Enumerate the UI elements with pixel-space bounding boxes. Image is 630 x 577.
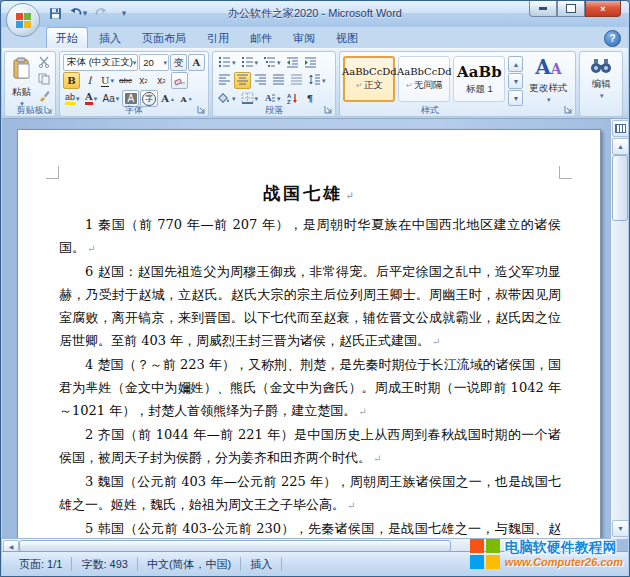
restore-button[interactable] xyxy=(557,1,585,17)
paragraph-wei[interactable]: 3 魏国（公元前 403 年—公元前 225 年），周朝周王族诸侯国之一，也是战… xyxy=(59,470,561,517)
tab-review[interactable]: 审阅 xyxy=(283,27,325,48)
styles-scroll-down-button[interactable]: ▼ xyxy=(508,73,523,89)
tab-page-layout[interactable]: 页面布局 xyxy=(132,27,196,48)
multilevel-dropdown-arrow[interactable]: ▾ xyxy=(277,59,281,67)
character-border-button[interactable]: A xyxy=(188,54,205,71)
document-text[interactable]: 战国七雄↵ 1 秦国（前 770 年—前 207 年），是周朝时华夏族在中国西北… xyxy=(59,180,561,552)
svg-text:Z: Z xyxy=(287,99,291,104)
font-color-dropdown-arrow[interactable]: ▾ xyxy=(94,94,98,103)
editing-button[interactable]: 编辑 ▾ xyxy=(586,54,616,103)
styles-dialog-launcher[interactable] xyxy=(564,105,573,114)
decrease-indent-button[interactable] xyxy=(284,54,301,71)
line-spacing-dropdown-arrow[interactable]: ▾ xyxy=(322,77,326,85)
clipboard-dialog-launcher[interactable] xyxy=(44,105,53,114)
vertical-scroll-thumb[interactable] xyxy=(612,155,628,221)
watermark-logo-icon xyxy=(470,539,500,569)
styles-scroll-up-button[interactable]: ▲ xyxy=(508,56,523,72)
bold-button[interactable]: B xyxy=(63,72,80,89)
style-heading1[interactable]: AaBb 标题 1 xyxy=(453,56,505,102)
help-button[interactable]: ? xyxy=(604,30,621,47)
highlight-dropdown-arrow[interactable]: ▾ xyxy=(76,95,80,103)
scroll-down-button[interactable]: ▼ xyxy=(612,520,628,537)
paragraph-chu[interactable]: 4 楚国（？～前 223 年），又称荆、荆楚，是先秦时期位于长江流域的诸侯国，国… xyxy=(59,353,561,423)
paragraph-zhao[interactable]: 6 赵国：赵国先祖造父为周穆王御戎，非常得宠。后平定徐国之乱中，造父军功显赫，乃… xyxy=(59,260,561,353)
change-styles-button[interactable]: AA 更改样式 ▾ xyxy=(525,54,571,107)
bold-icon: B xyxy=(67,75,75,86)
document-title[interactable]: 战国七雄↵ xyxy=(59,180,561,209)
font-name-value: 宋体 (中文正文) xyxy=(67,56,133,69)
office-button[interactable] xyxy=(6,3,40,37)
strikethrough-button[interactable]: abc xyxy=(117,72,134,89)
font-size-combo[interactable]: 20 ▾ xyxy=(139,54,169,71)
multilevel-list-button[interactable]: ▾ xyxy=(261,54,283,71)
increase-indent-button[interactable] xyxy=(302,54,319,71)
format-painter-button[interactable] xyxy=(35,89,52,105)
tab-insert[interactable]: 插入 xyxy=(89,27,131,48)
tab-mailings[interactable]: 邮件 xyxy=(240,27,282,48)
tab-home[interactable]: 开始 xyxy=(46,27,88,48)
italic-button[interactable]: I xyxy=(81,72,98,89)
word-window: ▾ ▾ 办公软件之家2020 - Microsoft Word × 开始 插入 … xyxy=(0,0,630,577)
justify-icon xyxy=(272,74,285,87)
line-spacing-button[interactable]: ▾ xyxy=(306,72,328,89)
ribbon-groups: 粘贴 ▾ 剪贴板 宋体 (中文正文) ▾ xyxy=(2,48,628,119)
numbering-button[interactable]: ▾ xyxy=(239,54,261,71)
change-case-dropdown-arrow[interactable]: ▾ xyxy=(116,95,120,103)
clear-formatting-button[interactable] xyxy=(171,72,188,89)
borders-dropdown-arrow[interactable]: ▾ xyxy=(255,95,259,103)
chevron-down-icon: ▾ xyxy=(163,59,167,67)
style-no-spacing[interactable]: AaBbCcDd ↵无间隔 xyxy=(398,56,450,102)
align-left-button[interactable] xyxy=(216,72,233,89)
editing-dropdown-arrow[interactable]: ▾ xyxy=(600,92,604,100)
status-insert-mode[interactable]: 插入 xyxy=(241,557,282,571)
minimize-icon xyxy=(539,7,547,10)
status-language[interactable]: 中文(简体，中国) xyxy=(138,557,241,571)
shrink-arrow-icon: ▼ xyxy=(188,96,193,102)
center-button[interactable] xyxy=(234,72,251,89)
status-word-count[interactable]: 字数: 493 xyxy=(72,557,137,571)
scroll-up-button[interactable]: ▲ xyxy=(612,138,628,155)
paragraph-qin[interactable]: 1 秦国（前 770 年—前 207 年），是周朝时华夏族在中国西北地区建立的诸… xyxy=(59,213,561,260)
margin-crop-mark-left xyxy=(46,166,59,179)
margin-crop-mark-right xyxy=(559,166,572,179)
change-styles-label: 更改样式 xyxy=(529,82,567,95)
distribute-button[interactable] xyxy=(288,72,305,89)
character-border-icon: A xyxy=(193,57,201,68)
copy-button[interactable] xyxy=(35,72,52,88)
underline-dropdown-arrow[interactable]: ▾ xyxy=(110,76,114,85)
paste-button[interactable]: 粘贴 ▾ xyxy=(8,54,35,103)
superscript-button[interactable]: x2 xyxy=(153,72,170,89)
asian-layout-dropdown-arrow[interactable]: ▾ xyxy=(277,95,281,103)
minimize-button[interactable] xyxy=(529,1,557,17)
underline-icon: U xyxy=(101,75,109,87)
paragraph-qi[interactable]: 2 齐国（前 1044 年—前 221 年）是中国历史上从西周到春秋战国时期的一… xyxy=(59,423,561,470)
paragraph-mark-icon: ↵ xyxy=(373,447,381,470)
shading-dropdown-arrow[interactable]: ▾ xyxy=(232,95,236,103)
font-name-combo[interactable]: 宋体 (中文正文) ▾ xyxy=(63,54,138,71)
bullets-icon xyxy=(218,56,231,70)
paragraph-dialog-launcher[interactable] xyxy=(324,105,333,114)
tab-references[interactable]: 引用 xyxy=(197,27,239,48)
change-styles-dropdown-arrow[interactable]: ▾ xyxy=(547,96,551,104)
title-bar[interactable]: ▾ ▾ 办公软件之家2020 - Microsoft Word × xyxy=(1,1,629,27)
bullets-dropdown-arrow[interactable]: ▾ xyxy=(232,59,236,67)
ruler-toggle-button[interactable] xyxy=(612,120,628,137)
style-name: 无间隔 xyxy=(414,79,443,92)
subscript-button[interactable]: x2 xyxy=(135,72,152,89)
change-case-icon: Aa xyxy=(103,93,115,104)
underline-button[interactable]: U▾ xyxy=(99,72,116,89)
font-dialog-launcher[interactable] xyxy=(197,105,206,114)
editing-group: 编辑 ▾ xyxy=(579,51,623,117)
style-normal[interactable]: AaBbCcDd ↵正文 xyxy=(343,56,395,102)
status-page-count[interactable]: 页面: 1/1 xyxy=(10,557,72,571)
close-button[interactable]: × xyxy=(585,1,621,17)
document-page[interactable]: 战国七雄↵ 1 秦国（前 770 年—前 207 年），是周朝时华夏族在中国西北… xyxy=(17,129,601,552)
phonetic-guide-button[interactable]: 变 xyxy=(170,54,187,71)
justify-button[interactable] xyxy=(270,72,287,89)
tab-view[interactable]: 视图 xyxy=(326,27,368,48)
cut-button[interactable] xyxy=(35,55,52,71)
bullets-button[interactable]: ▾ xyxy=(216,54,238,71)
align-right-button[interactable] xyxy=(252,72,269,89)
numbering-dropdown-arrow[interactable]: ▾ xyxy=(255,59,259,67)
vertical-scrollbar[interactable]: ▲ ▼ xyxy=(610,119,628,539)
